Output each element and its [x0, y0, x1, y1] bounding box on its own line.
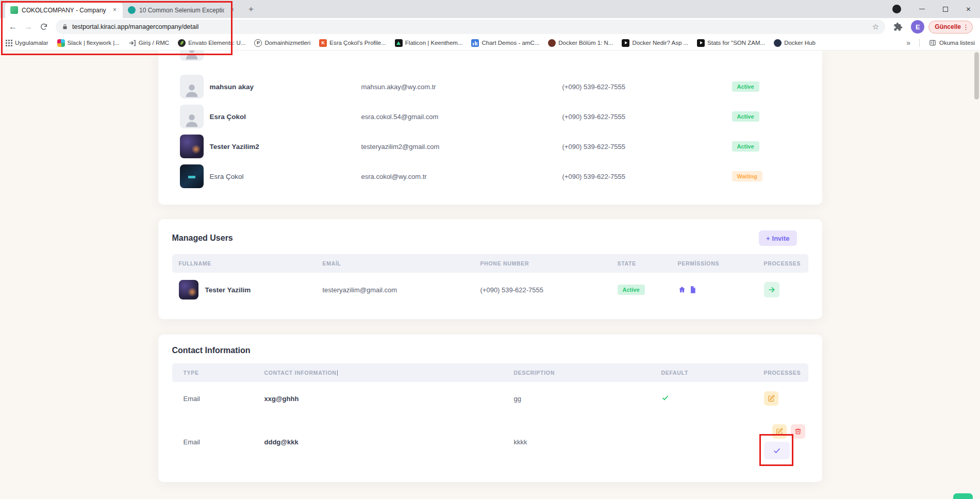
- user-email: mahsun.akay@wy.com.tr: [361, 83, 562, 91]
- docker-hub-icon: [774, 39, 782, 47]
- forward-button[interactable]: →: [21, 19, 36, 35]
- lock-icon: [62, 24, 68, 30]
- invite-button[interactable]: +Invite: [759, 230, 797, 246]
- status-badge: Waiting: [732, 171, 762, 181]
- user-email: esra.cokol.54@gmail.com: [361, 113, 562, 121]
- tab-close-icon[interactable]: ×: [228, 6, 237, 14]
- bookmark-label: Docker Nedir? Asp ...: [632, 40, 688, 46]
- status-badge: Active: [732, 141, 759, 152]
- bookmark-flaticon[interactable]: Flaticon | Keenthem...: [395, 39, 463, 47]
- maximize-button[interactable]: [934, 0, 957, 18]
- scrollbar-thumb[interactable]: [974, 52, 979, 99]
- login-arrow-icon: [128, 39, 136, 47]
- bookmark-docker-hub[interactable]: Docker Hub: [774, 39, 816, 47]
- company-users-card: mahsun akay mahsun.akay@wy.com.tr (+090)…: [158, 51, 822, 205]
- reading-list-button[interactable]: Okuma listesi: [928, 39, 975, 46]
- text-caret: [337, 370, 338, 376]
- bookmark-giris-rmc[interactable]: Giriş / RMC: [128, 39, 169, 47]
- avatar-photo: [180, 135, 204, 158]
- bookmark-star-icon[interactable]: ☆: [872, 22, 879, 31]
- tabstrip-right: ✕: [892, 0, 980, 18]
- bookmark-envato[interactable]: Envato Elements: U...: [178, 39, 245, 47]
- user-email: esra.cokol@wy.com.tr: [361, 173, 562, 180]
- avatar: [180, 51, 204, 61]
- minimize-icon: [919, 9, 925, 9]
- chat-widget-peek[interactable]: [953, 493, 973, 499]
- bookmark-slack[interactable]: Slack | flexywork |...: [57, 39, 120, 47]
- edit-icon: [768, 395, 775, 402]
- contact-description: kkkk: [514, 438, 661, 446]
- divider: [919, 39, 920, 47]
- managed-users-title: Managed Users: [172, 234, 233, 243]
- table-row: Tester Yazilim testeryazilim@gmail.com (…: [172, 273, 808, 307]
- tab-close-icon[interactable]: ×: [110, 6, 119, 14]
- extensions-icon[interactable]: [893, 22, 903, 31]
- contact-type: Email: [184, 438, 264, 446]
- open-detail-button[interactable]: [764, 282, 779, 297]
- delete-contact-button[interactable]: [791, 424, 805, 439]
- column-header: DEFAULT: [661, 370, 764, 376]
- column-header: EMAİL: [323, 260, 480, 267]
- close-window-button[interactable]: ✕: [957, 0, 980, 18]
- bookmark-amcharts[interactable]: Chart Demos - amC...: [471, 39, 539, 47]
- bookmark-apps[interactable]: Uygulamalar: [5, 39, 48, 46]
- column-header: PHONE NUMBER: [480, 260, 618, 267]
- browser-toolbar: ← → testportal.kiraci.app/managercompany…: [0, 18, 980, 36]
- bookmark-label: Uygulamalar: [15, 40, 48, 46]
- bookmark-label: Stats for "SON ZAM...: [707, 40, 765, 46]
- bookmarks-overflow-chevron[interactable]: »: [906, 39, 910, 47]
- media-control-icon[interactable]: [892, 5, 901, 13]
- user-email: testeryazilim2@gmail.com: [361, 143, 562, 151]
- tab-strip: COKOLCOMPANY - Company De × 10 Common Se…: [0, 0, 980, 18]
- page-scrollbar[interactable]: [973, 51, 980, 499]
- contact-value: dddg@kkk: [264, 438, 514, 446]
- user-name: Tester Yazilim2: [210, 143, 361, 151]
- bookmark-docker-bolum[interactable]: Docker Bölüm 1: N...: [548, 39, 613, 47]
- window-controls: ✕: [910, 0, 980, 18]
- avatar: [180, 75, 204, 98]
- bookmark-label: Slack | flexywork |...: [68, 40, 120, 46]
- user-name: mahsun akay: [210, 83, 361, 91]
- confirm-default-button[interactable]: [764, 442, 790, 459]
- contact-information-card: Contact Information TYPE CONTACT INFORMA…: [158, 335, 822, 482]
- slack-icon: [57, 39, 65, 47]
- edit-contact-button[interactable]: [764, 391, 778, 406]
- status-badge: Active: [732, 81, 759, 92]
- update-label: Güncelle: [935, 23, 961, 30]
- column-header: TYPE: [184, 370, 264, 376]
- bookmark-docker-nedir[interactable]: Docker Nedir? Asp ...: [622, 39, 688, 47]
- bookmark-profile[interactable]: Esra Çokol's Profile...: [319, 39, 386, 47]
- table-row: mahsun akay mahsun.akay@wy.com.tr (+090)…: [180, 72, 801, 102]
- tab-favicon-selenium: [128, 6, 136, 14]
- bookmark-stats[interactable]: Stats for "SON ZAM...: [697, 39, 765, 47]
- k-square-icon: [319, 39, 327, 47]
- menu-kebab-icon[interactable]: ⋮: [962, 23, 969, 31]
- arrow-right-icon: [768, 286, 776, 294]
- url-text[interactable]: testportal.kiraci.app/managercompany/det…: [72, 23, 868, 30]
- edit-contact-button[interactable]: [772, 424, 787, 439]
- bookmark-label: Giriş / RMC: [139, 40, 169, 46]
- reload-button[interactable]: [36, 19, 52, 35]
- tab-company-detail[interactable]: COKOLCOMPANY - Company De ×: [5, 2, 123, 18]
- profile-avatar[interactable]: E: [911, 20, 924, 34]
- contact-information-title: Contact Information: [172, 346, 251, 355]
- tab-selenium-exceptions[interactable]: 10 Common Selenium Exception ×: [123, 2, 240, 18]
- column-header: PROCESSES: [764, 370, 808, 376]
- tab-title: COKOLCOMPANY - Company De: [22, 7, 107, 14]
- home-icon: [678, 286, 686, 294]
- minimize-button[interactable]: [910, 0, 934, 18]
- new-tab-button[interactable]: +: [244, 3, 258, 16]
- bookmark-label: Flaticon | Keenthem...: [405, 40, 463, 46]
- user-email: testeryazilim@gmail.com: [323, 286, 480, 294]
- p-circle-icon: [254, 39, 262, 47]
- edit-icon: [776, 428, 783, 435]
- address-bar[interactable]: testportal.kiraci.app/managercompany/det…: [56, 20, 885, 34]
- update-button[interactable]: Güncelle ⋮: [928, 21, 973, 34]
- contact-type: Email: [184, 395, 264, 403]
- avatar-photo: [180, 164, 204, 188]
- back-button[interactable]: ←: [5, 19, 21, 35]
- default-check: [661, 394, 764, 404]
- user-phone: (+090) 539-622-7555: [562, 173, 732, 180]
- reading-list-icon: [928, 39, 937, 46]
- bookmark-domainhizmetleri[interactable]: Domainhizmetleri: [254, 39, 310, 47]
